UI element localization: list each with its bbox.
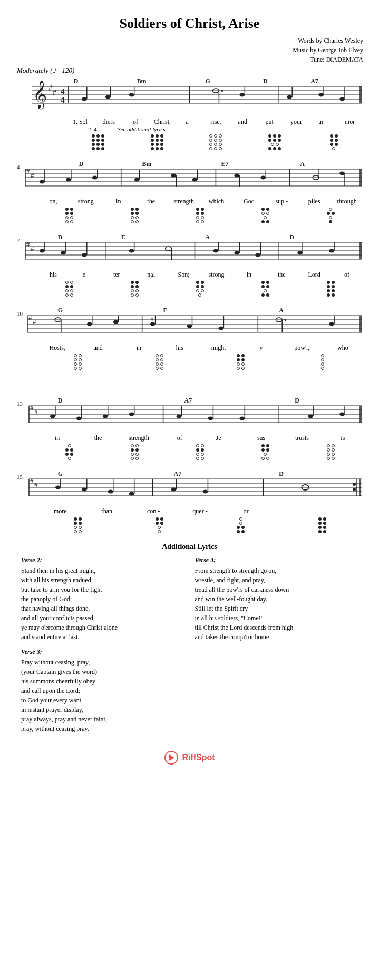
svg-text:A7: A7 bbox=[310, 77, 318, 85]
verse-4-text: From strength to strength go on, wrestle… bbox=[195, 566, 358, 642]
svg-text:A: A bbox=[205, 233, 210, 241]
svg-text:D: D bbox=[58, 397, 63, 404]
svg-point-33 bbox=[318, 93, 324, 97]
lyric: who bbox=[323, 344, 363, 352]
svg-point-109 bbox=[297, 251, 303, 255]
score-row-5: 13 # # D A7 D bbox=[16, 396, 363, 460]
lyric: y bbox=[241, 344, 281, 352]
additional-lyrics-section: Additional Lyrics Verse 2: Stand then in… bbox=[16, 543, 363, 740]
svg-point-97 bbox=[82, 253, 87, 257]
svg-point-65 bbox=[192, 178, 197, 182]
verse-2-title: Verse 2: bbox=[21, 556, 184, 564]
lyric: in bbox=[37, 434, 77, 442]
additional-lyrics-heading: Additional Lyrics bbox=[21, 543, 358, 551]
attribution-line2: Music by George Job Elvey bbox=[16, 45, 363, 55]
lyric: might - bbox=[200, 344, 241, 352]
lyric: the bbox=[135, 198, 168, 205]
lyric: or. bbox=[223, 507, 270, 515]
staff-svg-1: 𝄞 # # 4 4 D Bm G D A7 bbox=[16, 76, 363, 118]
svg-point-103 bbox=[213, 249, 218, 253]
lyric: pow'r, bbox=[281, 344, 322, 352]
svg-point-165 bbox=[76, 416, 82, 420]
music-section: Moderately (♩= 120) 𝄞 # # 4 4 D Bm G bbox=[16, 66, 363, 533]
svg-point-171 bbox=[177, 415, 182, 418]
lyrics-row-5: in the strength of Je - sus trusts is bbox=[16, 434, 363, 442]
svg-text:E7: E7 bbox=[221, 160, 228, 168]
lyric: trusts bbox=[281, 434, 322, 442]
svg-point-177 bbox=[308, 415, 313, 418]
svg-text:4: 4 bbox=[61, 87, 65, 96]
lyric: in bbox=[232, 271, 265, 279]
lyric: Lord bbox=[298, 271, 331, 279]
svg-point-67 bbox=[234, 174, 239, 178]
svg-point-22 bbox=[105, 95, 111, 99]
tempo-mark: Moderately (♩= 120) bbox=[17, 66, 363, 75]
lyric: mor bbox=[336, 118, 363, 126]
verse-3-title: Verse 3: bbox=[21, 648, 184, 656]
svg-point-95 bbox=[61, 251, 66, 255]
svg-text:G: G bbox=[58, 470, 63, 477]
lyric: in bbox=[119, 344, 159, 352]
svg-text:D: D bbox=[79, 160, 84, 168]
svg-point-201 bbox=[82, 488, 87, 492]
svg-point-163 bbox=[50, 415, 55, 418]
svg-text:13: 13 bbox=[17, 400, 23, 407]
lyric: plies bbox=[298, 198, 331, 205]
tab-row-3 bbox=[16, 281, 363, 297]
svg-point-101 bbox=[166, 247, 172, 251]
lyric: Son; bbox=[168, 271, 200, 279]
lyric: ar - bbox=[309, 118, 336, 126]
lyric: 1. Sol - bbox=[69, 118, 95, 126]
tab-row-2 bbox=[16, 208, 363, 223]
svg-point-69 bbox=[260, 176, 266, 180]
lyric: of bbox=[122, 118, 149, 126]
svg-point-138 bbox=[187, 325, 192, 328]
page: Soldiers of Christ, Arise Words by Charl… bbox=[0, 0, 379, 980]
svg-text:Bm: Bm bbox=[142, 160, 152, 168]
verse-4-title: Verse 4: bbox=[195, 556, 358, 564]
lyric: your bbox=[283, 118, 310, 126]
lyric: the bbox=[77, 434, 118, 442]
lyric: the bbox=[265, 271, 298, 279]
lyric: Hosts, bbox=[37, 344, 77, 352]
verse-2-text: Stand then in his great might, with all … bbox=[21, 566, 184, 642]
lyrics-row-4: Hosts, and in his might - y pow'r, who bbox=[16, 344, 363, 352]
svg-text:#: # bbox=[34, 481, 38, 489]
lyric: quer - bbox=[177, 507, 223, 515]
svg-text:𝄞: 𝄞 bbox=[33, 80, 47, 110]
footer: RiffSpot bbox=[16, 750, 363, 772]
svg-point-59 bbox=[92, 176, 98, 180]
svg-text:D: D bbox=[58, 233, 63, 241]
svg-text:#: # bbox=[31, 244, 34, 252]
svg-point-173 bbox=[208, 416, 213, 420]
svg-point-197 bbox=[353, 483, 356, 486]
svg-point-205 bbox=[129, 492, 134, 495]
svg-point-107 bbox=[255, 253, 260, 257]
svg-point-28 bbox=[221, 90, 223, 92]
tab-row-5 bbox=[16, 444, 363, 460]
svg-text:#: # bbox=[30, 404, 34, 411]
lyric: on, bbox=[37, 198, 70, 205]
svg-text:#: # bbox=[31, 171, 34, 179]
svg-text:D: D bbox=[263, 77, 268, 85]
lyric: and bbox=[77, 344, 118, 352]
lyric: con - bbox=[130, 507, 177, 515]
lyric: put bbox=[256, 118, 283, 126]
riffspot-logo: RiffSpot bbox=[164, 750, 215, 765]
lyric: strong bbox=[200, 271, 233, 279]
score-row-6: 15 # # G A7 D bbox=[16, 469, 363, 533]
lyric: a - bbox=[176, 118, 202, 126]
svg-text:Bm: Bm bbox=[137, 77, 147, 85]
svg-text:#: # bbox=[33, 318, 36, 326]
lyric: than bbox=[83, 507, 130, 515]
svg-text:#: # bbox=[30, 477, 34, 485]
svg-text:D: D bbox=[295, 397, 299, 404]
staff-svg-6: 15 # # G A7 D bbox=[16, 469, 363, 507]
lyrics-columns: Verse 2: Stand then in his great might, … bbox=[21, 556, 358, 740]
attribution-line1: Words by Charles Wesley bbox=[16, 36, 363, 45]
svg-point-55 bbox=[40, 180, 45, 183]
svg-text:D: D bbox=[74, 77, 79, 85]
svg-point-111 bbox=[329, 249, 334, 253]
score-row-4: 10 # # G E A bbox=[16, 306, 363, 370]
lyric: is bbox=[323, 434, 363, 442]
